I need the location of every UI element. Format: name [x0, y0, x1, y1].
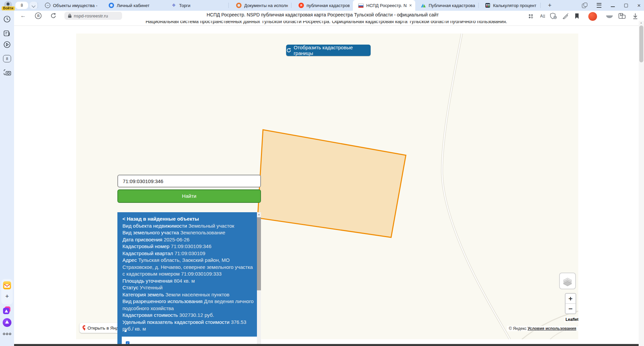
add-panel-icon[interactable]: + — [3, 293, 11, 301]
yandex-favicon: Я — [299, 3, 304, 8]
chevron-down-icon — [32, 4, 35, 7]
show-cadastral-borders-button[interactable]: Отобразить кадастровые границы — [286, 45, 371, 56]
screenshot-icon[interactable] — [3, 68, 11, 76]
leaflet-attribution[interactable]: Leaflet — [564, 317, 578, 322]
login-badge[interactable]: Войти — [2, 6, 15, 10]
info-row: Кадастровый номер 71:09:030109:346 — [122, 243, 254, 250]
apps-icon[interactable] — [3, 306, 11, 314]
svg-text:A: A — [540, 14, 543, 18]
divider — [291, 3, 291, 8]
window-close-button[interactable]: × — [637, 3, 641, 8]
tab-panel-icon[interactable] — [582, 3, 587, 8]
show-borders-label: Отобразить кадастровые границы — [293, 45, 371, 56]
tab-nspd-active[interactable]: НСПД Росреестр. NS × — [353, 0, 415, 11]
tab-public-cadastral-1[interactable]: Я публичная кадастрова — [293, 0, 353, 11]
window-maximize-button[interactable] — [624, 4, 628, 7]
info-row: Дата присвоения 2025-06-26 — [122, 236, 254, 243]
zoom-in-button[interactable]: + — [566, 294, 576, 303]
player-icon[interactable] — [3, 41, 11, 49]
tab-label: Калькулятор процент — [493, 3, 537, 8]
tab-label: Документы на исполн — [244, 3, 288, 8]
tab-personal-cabinet[interactable]: Личный кабинет — [103, 0, 166, 11]
notes-icon[interactable] — [3, 30, 11, 38]
tab-public-cadastral-2[interactable]: Публичная кадастрова — [415, 0, 478, 11]
scrollbar-up-arrow[interactable]: ▲ — [257, 212, 261, 217]
divider — [478, 3, 479, 8]
info-row: Удельный показатель кадастровой стоимост… — [122, 319, 254, 333]
window-minimize-button[interactable] — [611, 6, 615, 7]
tab-label: публичная кадастрова — [307, 3, 350, 8]
zoom-control: + − — [565, 293, 576, 314]
menu-icon[interactable] — [597, 3, 601, 8]
tab-objects[interactable]: → Объекты имущества - — [40, 0, 103, 11]
more-icon[interactable] — [3, 331, 12, 336]
back-to-results-link[interactable]: < Назад в найденные объекты — [122, 216, 254, 223]
divider — [38, 3, 38, 8]
svg-text:Я: Я — [37, 14, 39, 18]
tab-label: Торги — [179, 3, 225, 8]
browser-window: Войти 8 → Объекты имущества - Личный каб… — [0, 0, 644, 346]
page-title: НСПД Росреестр. NSPD публичная кадастров… — [128, 12, 517, 17]
tab-label: Объекты имущества - — [53, 3, 100, 8]
divider — [228, 3, 229, 8]
zoom-out-button[interactable]: − — [566, 303, 576, 313]
terms-link[interactable]: Условия использования — [528, 326, 576, 331]
divider — [540, 3, 541, 8]
info-row: Вид объекта недвижимости Земельный участ… — [122, 223, 254, 230]
divider — [14, 25, 639, 26]
sync-icon — [286, 48, 291, 53]
collapse-arrow[interactable]: ▲ — [123, 328, 127, 333]
copyright-text: © Яндекс — [509, 326, 528, 331]
parcel-polygon[interactable] — [258, 130, 406, 237]
address-bar[interactable]: nspd-rosreestr.ru — [64, 12, 122, 20]
protect-shield-icon[interactable]: 1 — [549, 12, 557, 20]
refresh-icon[interactable] — [49, 12, 57, 20]
new-tab-button[interactable]: + — [545, 1, 554, 9]
tab-label: НСПД Росреестр. NS — [366, 3, 407, 8]
blue-ring-favicon — [109, 3, 114, 8]
tab-torgi[interactable]: ❖ Торги — [166, 0, 228, 11]
road — [442, 34, 510, 339]
alice-circle-icon[interactable] — [3, 318, 11, 327]
bookmark-flag-icon[interactable] — [573, 12, 581, 20]
tab-documents[interactable]: Документы на исполн — [231, 0, 291, 11]
mail-icon[interactable] — [3, 281, 11, 289]
tab-counter-icon[interactable]: 8 — [3, 55, 11, 62]
info-row: Вид разрешенного использования Для веден… — [122, 298, 254, 312]
browser-sidebar: 8 + — [0, 11, 14, 346]
tab-label: Публичная кадастрова — [429, 3, 475, 8]
tab-list-dropdown[interactable] — [30, 2, 38, 9]
tab-groups-icon[interactable] — [618, 12, 626, 20]
yandex-circle-icon[interactable]: Я — [34, 12, 42, 20]
tiles-icon[interactable] — [527, 12, 535, 20]
nspd-logo-favicon — [421, 3, 426, 8]
panel-scrollbar[interactable]: ▲ — [257, 212, 261, 346]
history-icon[interactable] — [3, 15, 11, 23]
tab-counter[interactable]: 8 — [15, 2, 28, 9]
shield-badge: 1 — [554, 16, 556, 19]
translate-icon[interactable]: A — [538, 12, 546, 20]
russia-flag-favicon — [358, 4, 364, 8]
search-input[interactable] — [117, 175, 261, 187]
page-header-clipped: Национальная система пространственных да… — [14, 21, 639, 25]
turbo-pen-icon[interactable] — [561, 12, 570, 20]
tab-label: Личный кабинет — [117, 3, 162, 8]
tab-calculator[interactable]: Калькулятор процент — [480, 0, 540, 11]
calculator-favicon — [485, 3, 490, 8]
collections-icon[interactable] — [605, 12, 613, 20]
info-row: Кадастровая стоимость 302730.12 руб. — [122, 312, 254, 319]
close-tab-icon[interactable]: × — [409, 3, 412, 8]
arrow-circle-favicon: → — [45, 3, 50, 8]
scrollbar-up-arrow[interactable]: ▲ — [640, 21, 642, 24]
find-button[interactable]: Найти — [117, 189, 261, 203]
page-scrollbar[interactable]: ▲ — [639, 21, 644, 346]
scrollbar-thumb[interactable] — [639, 25, 643, 62]
info-row: Категория земель Земли населенных пункто… — [122, 291, 254, 298]
back-icon[interactable]: ← — [19, 12, 27, 20]
layers-button[interactable] — [559, 273, 576, 289]
parcel-info-panel: < Назад в найденные объекты Вид объекта … — [117, 212, 261, 346]
tab-bar: Войти 8 → Объекты имущества - Личный каб… — [0, 0, 644, 11]
scrollbar-thumb[interactable] — [257, 217, 261, 290]
downloads-icon[interactable] — [631, 12, 639, 20]
alice-icon[interactable] — [588, 12, 597, 21]
